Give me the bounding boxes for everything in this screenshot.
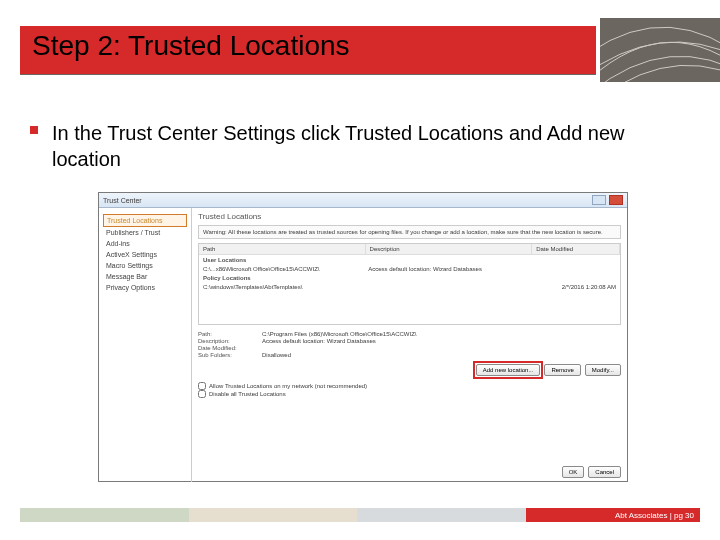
modify-button[interactable]: Modify... — [585, 364, 621, 376]
list-header: Path Description Date Modified — [199, 244, 620, 255]
disable-all-checkbox[interactable]: Disable all Trusted Locations — [198, 390, 621, 398]
arc-lines-icon — [600, 18, 720, 82]
locations-list[interactable]: Path Description Date Modified User Loca… — [198, 243, 621, 325]
sidebar-item-publishers[interactable]: Publishers / Trust — [103, 227, 187, 238]
cell-path: C:\...x86\Microsoft Office\Office15\ACCW… — [203, 266, 368, 272]
desc-value: Access default location: Wizard Database… — [262, 338, 376, 344]
subfolders-value: Disallowed — [262, 352, 291, 358]
cancel-button[interactable]: Cancel — [588, 466, 621, 478]
bullet-text: In the Trust Center Settings click Trust… — [52, 122, 625, 170]
slide: Step 2: Trusted Locations In the Trust C… — [0, 0, 720, 540]
user-locations-header: User Locations — [199, 255, 620, 265]
allow-network-checkbox[interactable]: Allow Trusted Locations on my network (n… — [198, 382, 621, 390]
dialog-title: Trust Center — [103, 197, 142, 204]
dialog-titlebar[interactable]: Trust Center — [99, 193, 627, 208]
table-row[interactable]: C:\...x86\Microsoft Office\Office15\ACCW… — [199, 265, 620, 273]
footer-seg-1 — [20, 508, 189, 522]
cell-date — [533, 266, 616, 272]
sidebar-item-trusted-locations[interactable]: Trusted Locations — [103, 214, 187, 227]
datemod-label: Date Modified: — [198, 345, 262, 351]
dialog-sidebar: Trusted Locations Publishers / Trust Add… — [99, 208, 191, 482]
policy-locations-header: Policy Locations — [199, 273, 620, 283]
path-value: C:\Program Files (x86)\Microsoft Office\… — [262, 331, 416, 337]
checkbox-label: Disable all Trusted Locations — [209, 391, 286, 397]
checkbox-group: Allow Trusted Locations on my network (n… — [198, 382, 621, 398]
header-logo-block — [600, 18, 720, 82]
checkbox-icon[interactable] — [198, 390, 206, 398]
cell-date: 2/*/2016 1:20:08 AM — [533, 284, 616, 290]
footer: Abt Associates | pg 30 — [20, 508, 700, 522]
window-buttons — [591, 195, 623, 206]
close-icon[interactable] — [609, 195, 623, 205]
subfolders-label: Sub Folders: — [198, 352, 262, 358]
details-panel: Path:C:\Program Files (x86)\Microsoft Of… — [198, 331, 621, 358]
sidebar-item-activex[interactable]: ActiveX Settings — [103, 249, 187, 260]
col-description: Description — [366, 244, 533, 254]
desc-label: Description: — [198, 338, 262, 344]
add-new-location-button[interactable]: Add new location... — [476, 364, 541, 376]
footer-seg-3 — [357, 508, 526, 522]
slide-title: Step 2: Trusted Locations — [32, 30, 350, 62]
footer-text: Abt Associates | pg 30 — [615, 511, 694, 520]
header-rule — [20, 74, 596, 75]
remove-button[interactable]: Remove — [544, 364, 580, 376]
bullet-paragraph: In the Trust Center Settings click Trust… — [52, 120, 652, 172]
section-heading: Trusted Locations — [198, 212, 621, 221]
help-icon[interactable] — [592, 195, 606, 205]
sidebar-item-privacy[interactable]: Privacy Options — [103, 282, 187, 293]
sidebar-item-label: Trusted Locations — [107, 217, 162, 224]
footer-seg-4: Abt Associates | pg 30 — [526, 508, 701, 522]
checkbox-label: Allow Trusted Locations on my network (n… — [209, 383, 367, 389]
cell-desc — [368, 284, 533, 290]
warning-text: Warning: All these locations are treated… — [198, 225, 621, 239]
trust-center-dialog: Trust Center Trusted Locations Publisher… — [98, 192, 628, 482]
col-path: Path — [199, 244, 366, 254]
path-label: Path: — [198, 331, 262, 337]
dialog-footer-buttons: OK Cancel — [562, 466, 621, 478]
bullet-square-icon — [30, 126, 38, 134]
sidebar-item-messagebar[interactable]: Message Bar — [103, 271, 187, 282]
sidebar-item-macro[interactable]: Macro Settings — [103, 260, 187, 271]
col-date: Date Modified — [532, 244, 620, 254]
add-new-location-label: Add new location... — [483, 367, 534, 373]
cell-path: C:\windows\Templates\AbtTemplates\ — [203, 284, 368, 290]
sidebar-item-addins[interactable]: Add-ins — [103, 238, 187, 249]
location-button-row: Add new location... Remove Modify... — [198, 364, 621, 376]
footer-seg-2 — [189, 508, 358, 522]
cell-desc: Access default location: Wizard Database… — [368, 266, 533, 272]
ok-button[interactable]: OK — [562, 466, 585, 478]
table-row[interactable]: C:\windows\Templates\AbtTemplates\ 2/*/2… — [199, 283, 620, 291]
dialog-main: Trusted Locations Warning: All these loc… — [191, 208, 627, 482]
checkbox-icon[interactable] — [198, 382, 206, 390]
